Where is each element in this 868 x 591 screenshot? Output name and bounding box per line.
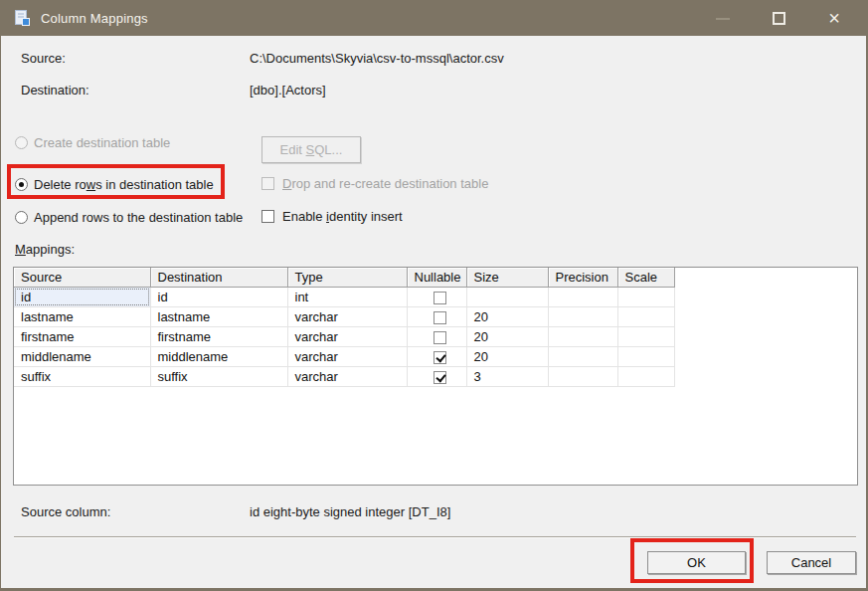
cell-type[interactable]: varchar (287, 346, 407, 366)
mapping-row-lastname: lastnamelastnamevarchar20 (14, 306, 857, 326)
cell-nullable[interactable] (407, 306, 466, 326)
cell-scale[interactable] (617, 326, 674, 346)
footer-separator (14, 536, 856, 537)
cell-destination[interactable]: firstname (150, 326, 287, 346)
cell-precision[interactable] (548, 366, 617, 386)
titlebar[interactable]: Column Mappings × (1, 1, 866, 36)
edit-sql-button: Edit SQL... (261, 136, 361, 163)
window-title: Column Mappings (41, 1, 148, 36)
edit-sql-label: Edit SQL... (280, 142, 343, 157)
mappings-header-row: SourceDestinationTypeNullableSizePrecisi… (14, 268, 857, 287)
source-column-value: id eight-byte signed integer [DT_I8] (250, 504, 450, 519)
cell-source[interactable]: firstname (14, 326, 150, 346)
source-column-label: Source column: (21, 504, 110, 519)
column-header-precision[interactable]: Precision (548, 268, 617, 287)
cell-size[interactable] (466, 287, 548, 306)
nullable-checkbox-unchecked[interactable] (434, 331, 446, 344)
cell-precision[interactable] (548, 306, 617, 326)
cell-source[interactable]: suffix (14, 366, 150, 386)
cell-type[interactable]: int (287, 287, 407, 306)
drop-recreate-label: Drop and re-create destination table (282, 176, 488, 191)
destination-label: Destination: (21, 83, 89, 98)
cell-filler (674, 287, 857, 306)
minimize-icon (716, 18, 730, 20)
cell-size[interactable]: 20 (466, 346, 548, 366)
cell-source[interactable]: middlename (14, 346, 150, 366)
cell-nullable[interactable] (407, 346, 466, 366)
cell-source[interactable]: lastname (14, 306, 150, 326)
close-button[interactable]: × (809, 1, 859, 36)
cancel-label: Cancel (791, 555, 831, 570)
delete-rows-label[interactable]: Delete rows in destination table (34, 177, 214, 192)
append-rows-radio[interactable] (15, 211, 28, 224)
column-header-source[interactable]: Source (14, 268, 150, 287)
mappings-table: SourceDestinationTypeNullableSizePrecisi… (14, 268, 857, 387)
cell-scale[interactable] (617, 366, 674, 386)
mapping-row-id: ididint (14, 287, 857, 306)
cell-destination[interactable]: middlename (150, 346, 287, 366)
destination-value: [dbo].[Actors] (250, 83, 326, 98)
cell-precision[interactable] (548, 326, 617, 346)
cell-scale[interactable] (617, 287, 674, 306)
ok-label: OK (687, 555, 706, 570)
source-label: Source: (21, 51, 66, 66)
nullable-checkbox-checked[interactable] (434, 371, 446, 384)
maximize-icon (773, 12, 785, 25)
cell-size[interactable]: 3 (466, 366, 548, 386)
cell-precision[interactable] (548, 346, 617, 366)
app-icon (13, 9, 31, 27)
close-icon: × (828, 7, 840, 30)
identity-insert-label[interactable]: Enable identity insert (282, 209, 403, 224)
delete-rows-radio[interactable] (15, 178, 28, 191)
nullable-checkbox-checked[interactable] (434, 351, 446, 364)
cell-destination[interactable]: suffix (150, 366, 287, 386)
column-header-nullable[interactable]: Nullable (407, 268, 466, 287)
column-header-destination[interactable]: Destination (150, 268, 287, 287)
cell-type[interactable]: varchar (287, 366, 407, 386)
mapping-row-suffix: suffixsuffixvarchar3 (14, 366, 857, 386)
cell-filler (674, 326, 857, 346)
cell-destination[interactable]: lastname (150, 306, 287, 326)
column-header-scale[interactable]: Scale (617, 268, 674, 287)
cell-filler (674, 346, 857, 366)
cell-size[interactable]: 20 (466, 326, 548, 346)
cell-filler (674, 366, 857, 386)
drop-recreate-checkbox (261, 177, 274, 190)
mappings-table-body: ididintlastnamelastnamevarchar20firstnam… (14, 287, 857, 386)
cell-filler (674, 306, 857, 326)
minimize-button (700, 1, 746, 36)
cell-type[interactable]: varchar (287, 306, 407, 326)
mapping-row-firstname: firstnamefirstnamevarchar20 (14, 326, 857, 346)
ok-button[interactable]: OK (647, 551, 746, 574)
cell-scale[interactable] (617, 306, 674, 326)
mapping-row-middlename: middlenamemiddlenamevarchar20 (14, 346, 857, 366)
cell-nullable[interactable] (407, 287, 466, 306)
cancel-button[interactable]: Cancel (767, 551, 856, 574)
maximize-button[interactable] (756, 1, 801, 36)
column-header-type[interactable]: Type (287, 268, 407, 287)
cell-type[interactable]: varchar (287, 326, 407, 346)
source-value: C:\Documents\Skyvia\csv-to-mssql\actor.c… (250, 51, 504, 66)
identity-insert-checkbox[interactable] (261, 210, 274, 223)
append-rows-label[interactable]: Append rows to the destination table (34, 210, 243, 225)
column-mappings-dialog: Column Mappings × Source: C:\Documents\S… (0, 0, 868, 591)
column-header-filler (674, 268, 857, 287)
create-table-radio (15, 136, 28, 149)
create-table-label: Create destination table (34, 135, 170, 150)
nullable-checkbox-unchecked[interactable] (434, 311, 446, 324)
cell-nullable[interactable] (407, 326, 466, 346)
cell-scale[interactable] (617, 346, 674, 366)
cell-size[interactable]: 20 (466, 306, 548, 326)
nullable-checkbox-unchecked[interactable] (434, 292, 446, 304)
mappings-grid[interactable]: SourceDestinationTypeNullableSizePrecisi… (13, 267, 858, 486)
cell-destination[interactable]: id (150, 287, 287, 306)
column-header-size[interactable]: Size (466, 268, 548, 287)
cell-nullable[interactable] (407, 366, 466, 386)
mappings-label: Mappings: (15, 242, 75, 257)
cell-source[interactable]: id (14, 287, 150, 306)
cell-precision[interactable] (548, 287, 617, 306)
